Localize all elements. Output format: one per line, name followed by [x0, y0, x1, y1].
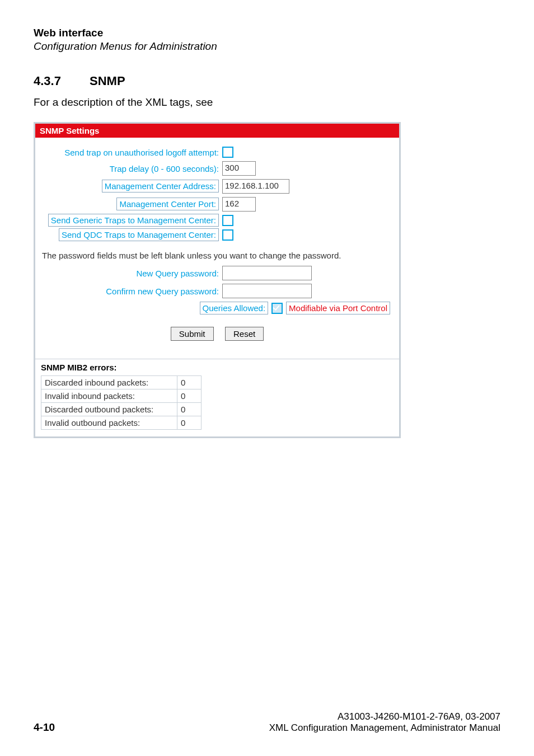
- send-trap-label: Send trap on unauthorised logoff attempt…: [40, 148, 222, 157]
- footer-doc-code: A31003-J4260-M101-2-76A9, 03-2007: [269, 711, 500, 722]
- reset-button[interactable]: Reset: [225, 327, 264, 341]
- page-header-title: Web interface: [34, 27, 500, 39]
- queries-allowed-checkbox[interactable]: [271, 303, 283, 314]
- table-row: Discarded outbound packets: 0: [41, 403, 394, 416]
- table-row: Invalid outbound packets: 0: [41, 416, 394, 430]
- send-generic-checkbox[interactable]: [222, 215, 233, 226]
- errors-title: SNMP MIB2 errors:: [35, 359, 399, 375]
- panel-title: SNMP Settings: [35, 124, 399, 138]
- page-header-subtitle: Configuration Menus for Administration: [34, 40, 500, 53]
- section-number: 4.3.7: [34, 74, 90, 88]
- trap-delay-label: Trap delay (0 - 600 seconds):: [40, 164, 222, 173]
- error-value: 0: [177, 403, 202, 416]
- password-note: The password fields must be left blank u…: [42, 251, 392, 260]
- send-qdc-checkbox[interactable]: [222, 229, 233, 241]
- queries-allowed-label: Queries Allowed:: [200, 302, 269, 314]
- new-pw-input[interactable]: [222, 266, 312, 280]
- trap-delay-input[interactable]: 300: [222, 161, 256, 176]
- table-row: Invalid inbound packets: 0: [41, 389, 394, 403]
- section-title: SNMP: [90, 74, 125, 88]
- errors-table: Discarded inbound packets: 0 Invalid inb…: [41, 375, 394, 430]
- footer-doc-title: XML Configuration Management, Administra…: [269, 722, 500, 734]
- error-value: 0: [177, 416, 202, 430]
- snmp-settings-panel: SNMP Settings Send trap on unauthorised …: [34, 122, 401, 438]
- error-label: Invalid outbound packets:: [41, 416, 177, 430]
- modifiable-via-port-control-link[interactable]: Modifiable via Port Control: [286, 302, 390, 314]
- confirm-pw-input[interactable]: [222, 284, 312, 298]
- mc-port-input[interactable]: 162: [222, 197, 256, 212]
- section-heading: 4.3.7SNMP: [34, 74, 500, 88]
- confirm-pw-label: Confirm new Query password:: [40, 287, 222, 296]
- new-pw-label: New Query password:: [40, 269, 222, 278]
- error-value: 0: [177, 376, 202, 389]
- table-row: Discarded inbound packets: 0: [41, 376, 394, 389]
- page-number: 4-10: [34, 721, 55, 734]
- mc-address-input[interactable]: 192.168.1.100: [222, 179, 289, 194]
- section-intro: For a description of the XML tags, see: [34, 96, 500, 109]
- error-label: Discarded inbound packets:: [41, 376, 177, 389]
- send-generic-label: Send Generic Traps to Management Center:: [48, 214, 219, 227]
- error-value: 0: [177, 389, 202, 403]
- error-label: Invalid inbound packets:: [41, 389, 177, 403]
- mc-port-label: Management Center Port:: [116, 198, 219, 210]
- mc-address-label: Management Center Address:: [102, 180, 219, 192]
- error-label: Discarded outbound packets:: [41, 403, 177, 416]
- submit-button[interactable]: Submit: [171, 327, 214, 341]
- send-qdc-label: Send QDC Traps to Management Center:: [59, 228, 219, 241]
- send-trap-checkbox[interactable]: [222, 147, 233, 158]
